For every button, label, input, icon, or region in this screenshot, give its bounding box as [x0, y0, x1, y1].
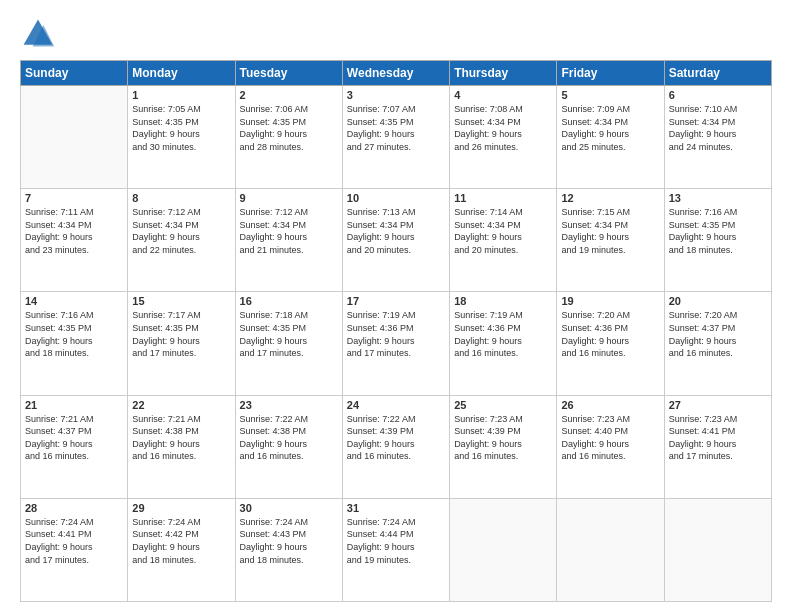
calendar-week-row: 1Sunrise: 7:05 AM Sunset: 4:35 PM Daylig…: [21, 86, 772, 189]
day-info: Sunrise: 7:22 AM Sunset: 4:39 PM Dayligh…: [347, 413, 445, 463]
calendar-cell: 4Sunrise: 7:08 AM Sunset: 4:34 PM Daylig…: [450, 86, 557, 189]
calendar-cell: 16Sunrise: 7:18 AM Sunset: 4:35 PM Dayli…: [235, 292, 342, 395]
day-of-week-header: Monday: [128, 61, 235, 86]
day-info: Sunrise: 7:24 AM Sunset: 4:41 PM Dayligh…: [25, 516, 123, 566]
day-info: Sunrise: 7:12 AM Sunset: 4:34 PM Dayligh…: [132, 206, 230, 256]
day-number: 15: [132, 295, 230, 307]
day-number: 24: [347, 399, 445, 411]
day-info: Sunrise: 7:11 AM Sunset: 4:34 PM Dayligh…: [25, 206, 123, 256]
day-info: Sunrise: 7:18 AM Sunset: 4:35 PM Dayligh…: [240, 309, 338, 359]
day-number: 13: [669, 192, 767, 204]
day-number: 10: [347, 192, 445, 204]
day-of-week-header: Saturday: [664, 61, 771, 86]
day-info: Sunrise: 7:21 AM Sunset: 4:38 PM Dayligh…: [132, 413, 230, 463]
day-number: 6: [669, 89, 767, 101]
calendar-week-row: 21Sunrise: 7:21 AM Sunset: 4:37 PM Dayli…: [21, 395, 772, 498]
calendar-cell: 21Sunrise: 7:21 AM Sunset: 4:37 PM Dayli…: [21, 395, 128, 498]
day-number: 30: [240, 502, 338, 514]
day-info: Sunrise: 7:17 AM Sunset: 4:35 PM Dayligh…: [132, 309, 230, 359]
day-number: 11: [454, 192, 552, 204]
day-info: Sunrise: 7:23 AM Sunset: 4:39 PM Dayligh…: [454, 413, 552, 463]
calendar-cell: 18Sunrise: 7:19 AM Sunset: 4:36 PM Dayli…: [450, 292, 557, 395]
day-number: 25: [454, 399, 552, 411]
day-number: 29: [132, 502, 230, 514]
day-info: Sunrise: 7:20 AM Sunset: 4:37 PM Dayligh…: [669, 309, 767, 359]
day-number: 23: [240, 399, 338, 411]
calendar-week-row: 7Sunrise: 7:11 AM Sunset: 4:34 PM Daylig…: [21, 189, 772, 292]
calendar-cell: 13Sunrise: 7:16 AM Sunset: 4:35 PM Dayli…: [664, 189, 771, 292]
calendar-body: 1Sunrise: 7:05 AM Sunset: 4:35 PM Daylig…: [21, 86, 772, 602]
day-number: 12: [561, 192, 659, 204]
day-info: Sunrise: 7:20 AM Sunset: 4:36 PM Dayligh…: [561, 309, 659, 359]
day-info: Sunrise: 7:08 AM Sunset: 4:34 PM Dayligh…: [454, 103, 552, 153]
day-number: 1: [132, 89, 230, 101]
day-info: Sunrise: 7:06 AM Sunset: 4:35 PM Dayligh…: [240, 103, 338, 153]
day-info: Sunrise: 7:16 AM Sunset: 4:35 PM Dayligh…: [25, 309, 123, 359]
day-number: 2: [240, 89, 338, 101]
calendar-week-row: 14Sunrise: 7:16 AM Sunset: 4:35 PM Dayli…: [21, 292, 772, 395]
day-info: Sunrise: 7:24 AM Sunset: 4:42 PM Dayligh…: [132, 516, 230, 566]
day-info: Sunrise: 7:07 AM Sunset: 4:35 PM Dayligh…: [347, 103, 445, 153]
calendar-cell: 25Sunrise: 7:23 AM Sunset: 4:39 PM Dayli…: [450, 395, 557, 498]
day-info: Sunrise: 7:15 AM Sunset: 4:34 PM Dayligh…: [561, 206, 659, 256]
day-info: Sunrise: 7:10 AM Sunset: 4:34 PM Dayligh…: [669, 103, 767, 153]
logo-icon: [20, 16, 56, 52]
day-number: 17: [347, 295, 445, 307]
calendar-cell: 6Sunrise: 7:10 AM Sunset: 4:34 PM Daylig…: [664, 86, 771, 189]
day-number: 7: [25, 192, 123, 204]
day-info: Sunrise: 7:24 AM Sunset: 4:44 PM Dayligh…: [347, 516, 445, 566]
calendar-cell: 1Sunrise: 7:05 AM Sunset: 4:35 PM Daylig…: [128, 86, 235, 189]
day-info: Sunrise: 7:23 AM Sunset: 4:41 PM Dayligh…: [669, 413, 767, 463]
calendar-cell: 29Sunrise: 7:24 AM Sunset: 4:42 PM Dayli…: [128, 498, 235, 601]
day-number: 22: [132, 399, 230, 411]
day-info: Sunrise: 7:19 AM Sunset: 4:36 PM Dayligh…: [347, 309, 445, 359]
day-of-week-header: Friday: [557, 61, 664, 86]
calendar-cell: 5Sunrise: 7:09 AM Sunset: 4:34 PM Daylig…: [557, 86, 664, 189]
day-info: Sunrise: 7:19 AM Sunset: 4:36 PM Dayligh…: [454, 309, 552, 359]
logo: [20, 16, 60, 52]
day-of-week-header: Tuesday: [235, 61, 342, 86]
day-info: Sunrise: 7:24 AM Sunset: 4:43 PM Dayligh…: [240, 516, 338, 566]
calendar-cell: 3Sunrise: 7:07 AM Sunset: 4:35 PM Daylig…: [342, 86, 449, 189]
calendar-cell: 15Sunrise: 7:17 AM Sunset: 4:35 PM Dayli…: [128, 292, 235, 395]
calendar-cell: 26Sunrise: 7:23 AM Sunset: 4:40 PM Dayli…: [557, 395, 664, 498]
day-number: 20: [669, 295, 767, 307]
day-number: 8: [132, 192, 230, 204]
calendar-cell: 31Sunrise: 7:24 AM Sunset: 4:44 PM Dayli…: [342, 498, 449, 601]
day-number: 19: [561, 295, 659, 307]
day-number: 4: [454, 89, 552, 101]
days-of-week-row: SundayMondayTuesdayWednesdayThursdayFrid…: [21, 61, 772, 86]
day-number: 9: [240, 192, 338, 204]
page: SundayMondayTuesdayWednesdayThursdayFrid…: [0, 0, 792, 612]
day-number: 5: [561, 89, 659, 101]
calendar-header: SundayMondayTuesdayWednesdayThursdayFrid…: [21, 61, 772, 86]
calendar-table: SundayMondayTuesdayWednesdayThursdayFrid…: [20, 60, 772, 602]
day-of-week-header: Thursday: [450, 61, 557, 86]
day-info: Sunrise: 7:22 AM Sunset: 4:38 PM Dayligh…: [240, 413, 338, 463]
calendar-cell: [557, 498, 664, 601]
day-number: 27: [669, 399, 767, 411]
day-number: 31: [347, 502, 445, 514]
day-info: Sunrise: 7:21 AM Sunset: 4:37 PM Dayligh…: [25, 413, 123, 463]
day-info: Sunrise: 7:05 AM Sunset: 4:35 PM Dayligh…: [132, 103, 230, 153]
calendar-cell: 28Sunrise: 7:24 AM Sunset: 4:41 PM Dayli…: [21, 498, 128, 601]
calendar-cell: 17Sunrise: 7:19 AM Sunset: 4:36 PM Dayli…: [342, 292, 449, 395]
day-info: Sunrise: 7:23 AM Sunset: 4:40 PM Dayligh…: [561, 413, 659, 463]
calendar-cell: 11Sunrise: 7:14 AM Sunset: 4:34 PM Dayli…: [450, 189, 557, 292]
calendar-cell: 27Sunrise: 7:23 AM Sunset: 4:41 PM Dayli…: [664, 395, 771, 498]
day-of-week-header: Wednesday: [342, 61, 449, 86]
day-number: 16: [240, 295, 338, 307]
calendar-cell: 14Sunrise: 7:16 AM Sunset: 4:35 PM Dayli…: [21, 292, 128, 395]
day-number: 28: [25, 502, 123, 514]
calendar-cell: 22Sunrise: 7:21 AM Sunset: 4:38 PM Dayli…: [128, 395, 235, 498]
calendar-cell: 7Sunrise: 7:11 AM Sunset: 4:34 PM Daylig…: [21, 189, 128, 292]
calendar-cell: 2Sunrise: 7:06 AM Sunset: 4:35 PM Daylig…: [235, 86, 342, 189]
calendar-cell: 10Sunrise: 7:13 AM Sunset: 4:34 PM Dayli…: [342, 189, 449, 292]
calendar-cell: 12Sunrise: 7:15 AM Sunset: 4:34 PM Dayli…: [557, 189, 664, 292]
day-number: 18: [454, 295, 552, 307]
day-info: Sunrise: 7:12 AM Sunset: 4:34 PM Dayligh…: [240, 206, 338, 256]
day-info: Sunrise: 7:14 AM Sunset: 4:34 PM Dayligh…: [454, 206, 552, 256]
calendar-cell: 8Sunrise: 7:12 AM Sunset: 4:34 PM Daylig…: [128, 189, 235, 292]
calendar-cell: 30Sunrise: 7:24 AM Sunset: 4:43 PM Dayli…: [235, 498, 342, 601]
calendar-cell: [664, 498, 771, 601]
